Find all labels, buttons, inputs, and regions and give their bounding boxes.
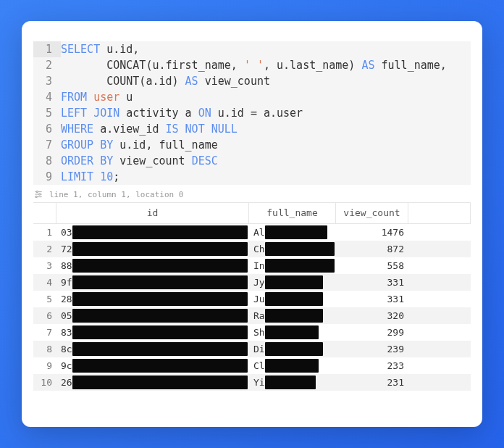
cell-full-name: Ra bbox=[249, 307, 336, 324]
code-content[interactable]: COUNT(a.id) AS view_count bbox=[61, 73, 270, 89]
code-line[interactable]: 1SELECT u.id, bbox=[33, 41, 471, 57]
cell-full-name: Jy bbox=[249, 274, 336, 291]
cell-id: 26 bbox=[56, 374, 249, 391]
table-row[interactable]: 272Ch872 bbox=[33, 241, 471, 257]
cell-view-count: 299 bbox=[336, 324, 408, 341]
table-header: id full_name view_count bbox=[33, 203, 471, 224]
code-line[interactable]: 7GROUP BY u.id, full_name bbox=[33, 137, 471, 153]
code-content[interactable]: SELECT u.id, bbox=[61, 41, 139, 57]
code-content[interactable]: WHERE a.view_id IS NOT NULL bbox=[61, 121, 238, 137]
redacted-icon bbox=[265, 309, 323, 323]
code-line[interactable]: 3 COUNT(a.id) AS view_count bbox=[33, 73, 471, 89]
redacted-icon bbox=[265, 342, 323, 356]
editor-card: 1SELECT u.id,2 CONCAT(u.first_name, ' ',… bbox=[22, 21, 482, 427]
cell-id: 03 bbox=[56, 224, 249, 241]
line-number: 1 bbox=[33, 41, 61, 57]
redacted-icon bbox=[72, 259, 248, 273]
row-number: 10 bbox=[33, 374, 56, 391]
cell-view-count: 1476 bbox=[336, 224, 408, 241]
row-number: 3 bbox=[33, 257, 56, 274]
redacted-icon bbox=[72, 376, 248, 389]
cell-spacer bbox=[408, 257, 471, 274]
code-line[interactable]: 2 CONCAT(u.first_name, ' ', u.last_name)… bbox=[33, 57, 471, 73]
redacted-icon bbox=[265, 376, 316, 389]
code-line[interactable]: 5LEFT JOIN activity a ON u.id = a.user bbox=[33, 105, 471, 121]
row-number: 5 bbox=[33, 291, 56, 307]
cell-spacer bbox=[408, 374, 471, 391]
cell-view-count: 320 bbox=[336, 307, 408, 324]
table-row[interactable]: 1026Yi231 bbox=[33, 374, 471, 391]
cell-full-name: Di bbox=[249, 341, 336, 357]
redacted-icon bbox=[265, 275, 323, 289]
code-content[interactable]: ORDER BY view_count DESC bbox=[61, 153, 218, 169]
cell-view-count: 331 bbox=[336, 274, 408, 291]
cell-view-count: 231 bbox=[336, 374, 408, 391]
cell-view-count: 233 bbox=[336, 357, 408, 374]
row-number: 2 bbox=[33, 241, 56, 257]
redacted-icon bbox=[72, 275, 248, 289]
table-row[interactable]: 49fJy331 bbox=[33, 274, 471, 291]
table-row[interactable]: 605Ra320 bbox=[33, 307, 471, 324]
line-number: 8 bbox=[33, 153, 61, 169]
code-content[interactable]: GROUP BY u.id, full_name bbox=[61, 137, 218, 153]
cell-spacer bbox=[408, 274, 471, 291]
line-number: 7 bbox=[33, 137, 61, 153]
table-row[interactable]: 99cCl233 bbox=[33, 357, 471, 374]
table-row[interactable]: 88cDi239 bbox=[33, 341, 471, 357]
line-number: 2 bbox=[33, 57, 61, 73]
redacted-icon bbox=[72, 325, 248, 339]
status-bar: line 1, column 1, location 0 bbox=[22, 185, 482, 202]
code-content[interactable]: LIMIT 10; bbox=[61, 169, 119, 185]
code-line[interactable]: 8ORDER BY view_count DESC bbox=[33, 153, 471, 169]
code-line[interactable]: 6WHERE a.view_id IS NOT NULL bbox=[33, 121, 471, 137]
cell-full-name: Ju bbox=[249, 291, 336, 307]
redacted-icon bbox=[72, 342, 248, 356]
row-number: 7 bbox=[33, 324, 56, 341]
cell-spacer bbox=[408, 241, 471, 257]
redacted-icon bbox=[72, 242, 248, 256]
cell-view-count: 239 bbox=[336, 341, 408, 357]
code-content[interactable]: FROM user u bbox=[61, 89, 133, 105]
redacted-icon bbox=[265, 242, 335, 256]
table-row[interactable]: 783Sh299 bbox=[33, 324, 471, 341]
cell-view-count: 558 bbox=[336, 257, 408, 274]
code-content[interactable]: CONCAT(u.first_name, ' ', u.last_name) A… bbox=[61, 57, 447, 73]
code-content[interactable]: LEFT JOIN activity a ON u.id = a.user bbox=[61, 105, 303, 121]
cell-spacer bbox=[408, 324, 471, 341]
redacted-icon bbox=[72, 292, 248, 306]
cell-view-count: 872 bbox=[336, 241, 408, 257]
cell-id: 9f bbox=[56, 274, 249, 291]
table-row[interactable]: 103Al1476 bbox=[33, 224, 471, 241]
redacted-icon bbox=[265, 225, 327, 239]
redacted-icon bbox=[265, 259, 335, 273]
line-number: 3 bbox=[33, 73, 61, 89]
cell-id: 72 bbox=[56, 241, 249, 257]
code-line[interactable]: 9LIMIT 10; bbox=[33, 169, 471, 185]
col-full-name[interactable]: full_name bbox=[249, 203, 336, 223]
redacted-icon bbox=[265, 325, 319, 339]
redacted-icon bbox=[265, 359, 319, 373]
table-row[interactable]: 388In558 bbox=[33, 257, 471, 274]
cell-full-name: Ch bbox=[249, 241, 336, 257]
line-number: 4 bbox=[33, 89, 61, 105]
line-number: 5 bbox=[33, 105, 61, 121]
cell-spacer bbox=[408, 291, 471, 307]
code-line[interactable]: 4FROM user u bbox=[33, 89, 471, 105]
row-number: 4 bbox=[33, 274, 56, 291]
cell-view-count: 331 bbox=[336, 291, 408, 307]
cell-full-name: Cl bbox=[249, 357, 336, 374]
row-number: 9 bbox=[33, 357, 56, 374]
col-view-count[interactable]: view_count bbox=[336, 203, 408, 223]
cell-id: 88 bbox=[56, 257, 249, 274]
cell-spacer bbox=[408, 307, 471, 324]
cell-full-name: In bbox=[249, 257, 336, 274]
redacted-icon bbox=[72, 225, 248, 239]
redacted-icon bbox=[72, 309, 248, 323]
cell-id: 83 bbox=[56, 324, 249, 341]
col-id[interactable]: id bbox=[56, 203, 249, 223]
cell-full-name: Yi bbox=[249, 374, 336, 391]
sql-editor[interactable]: 1SELECT u.id,2 CONCAT(u.first_name, ' ',… bbox=[33, 41, 471, 185]
cell-id: 8c bbox=[56, 341, 249, 357]
table-row[interactable]: 528Ju331 bbox=[33, 291, 471, 307]
results-table: id full_name view_count 103Al1476272Ch87… bbox=[33, 202, 471, 412]
